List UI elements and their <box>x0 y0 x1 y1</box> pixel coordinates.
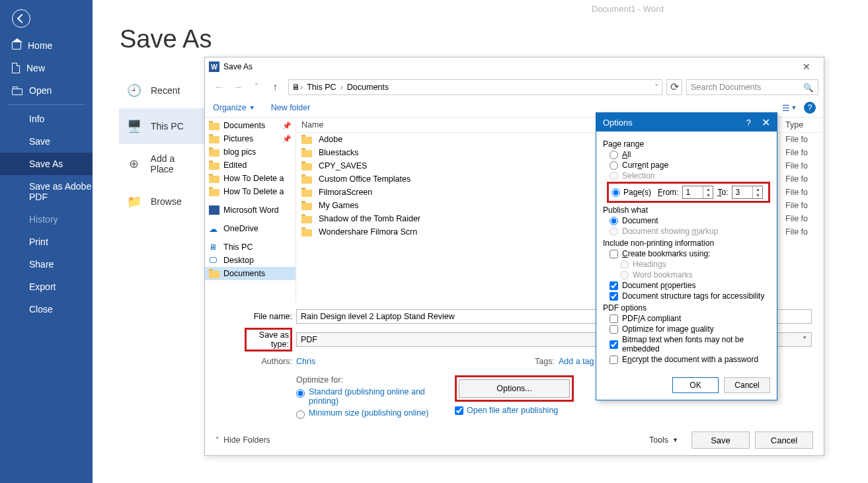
folder-icon <box>209 163 219 170</box>
tree-edited[interactable]: Edited <box>205 159 296 172</box>
ok-button[interactable]: OK <box>672 377 719 393</box>
view-button[interactable]: ☰ ▼ <box>780 101 799 114</box>
opt-doc-properties[interactable]: Document properties <box>610 281 770 290</box>
close-icon[interactable]: ✕ <box>762 116 770 129</box>
opt-bitmap-text[interactable]: Bitmap text when fonts may not be embedd… <box>610 335 770 353</box>
spin-down-icon[interactable]: ▼ <box>703 192 713 198</box>
tree-documents[interactable]: Documents📌 <box>205 119 296 132</box>
breadcrumb[interactable]: 🖥 › This PC › Documents ˅ <box>288 79 662 95</box>
pin-icon[interactable]: 📌 <box>282 122 292 130</box>
col-type[interactable]: Type <box>785 120 818 130</box>
search-input[interactable]: Search Documents 🔍 <box>686 79 818 95</box>
tree-howto-1[interactable]: How To Delete a <box>205 172 296 185</box>
new-folder-button[interactable]: New folder <box>271 103 311 112</box>
tree-blog-pics[interactable]: blog pics <box>205 145 296 159</box>
help-icon[interactable]: ? <box>746 118 751 128</box>
tree-documents-2[interactable]: Documents <box>205 267 296 280</box>
tree-pictures[interactable]: Pictures📌 <box>205 132 296 145</box>
opt-minimum-radio[interactable] <box>296 410 305 419</box>
loc-recent[interactable]: 🕘Recent <box>119 73 205 108</box>
from-spinbox[interactable]: ▲▼ <box>682 186 713 199</box>
clock-icon: 🕘 <box>124 82 144 99</box>
nav-print[interactable]: Print <box>0 231 93 253</box>
folder-tree: Documents📌 Pictures📌 blog pics Edited Ho… <box>205 118 296 303</box>
chevron-down-icon: ▼ <box>249 104 255 111</box>
folder-icon <box>301 163 312 170</box>
save-as-type-label: Save as type: <box>245 328 292 352</box>
chevron-down-icon[interactable]: ˅ <box>654 83 659 93</box>
options-button[interactable]: Options... <box>459 379 570 398</box>
spin-down-icon[interactable]: ▼ <box>753 192 762 198</box>
nav-info[interactable]: Info <box>0 108 93 130</box>
search-placeholder: Search Documents <box>691 83 761 92</box>
pin-icon[interactable]: 📌 <box>282 135 292 143</box>
loc-browse[interactable]: 📁Browse <box>119 184 205 219</box>
spin-up-icon[interactable]: ▲ <box>703 186 713 192</box>
back-button[interactable] <box>12 9 30 28</box>
nav-up-icon[interactable]: ↑ <box>266 81 284 93</box>
nav-forward-icon[interactable]: → <box>229 81 247 93</box>
file-name-label: File name: <box>245 312 292 321</box>
refresh-icon[interactable]: ⟳ <box>666 79 682 95</box>
opt-struct-tags[interactable]: Document structure tags for accessibilit… <box>610 291 770 301</box>
nav-save-adobe-pdf[interactable]: Save as Adobe PDF <box>0 175 93 208</box>
nav-close[interactable]: Close <box>0 298 93 320</box>
opt-current-page[interactable]: Current page <box>610 161 770 170</box>
crumb-documents[interactable]: Documents <box>343 83 393 92</box>
tree-msword[interactable]: Microsoft Word <box>205 204 296 217</box>
opt-pages-radio[interactable] <box>612 188 620 197</box>
add-place-icon: ⊕ <box>124 155 144 172</box>
tree-howto-2[interactable]: How To Delete a <box>205 185 296 198</box>
nav-share[interactable]: Share <box>0 253 93 276</box>
loc-add-place[interactable]: ⊕Add a Place <box>119 144 205 184</box>
cancel-button[interactable]: Cancel <box>724 377 770 393</box>
loc-this-pc[interactable]: 🖥️This PC <box>119 108 205 144</box>
opt-pdfa[interactable]: PDF/A compliant <box>610 314 770 323</box>
nav-history-icon[interactable]: ˅ <box>247 81 266 94</box>
opt-pages-label: Page(s) <box>623 188 651 197</box>
nav-back-icon[interactable]: ← <box>210 81 229 93</box>
chevron-down-icon: ▼ <box>672 437 678 443</box>
tree-onedrive[interactable]: ☁OneDrive <box>205 222 296 235</box>
nav-open-label: Open <box>29 85 52 96</box>
spin-up-icon[interactable]: ▲ <box>753 186 762 192</box>
open-after-checkbox[interactable]: Open file after publishing <box>455 406 558 415</box>
opt-encrypt[interactable]: Encrypt the document with a password <box>610 355 770 364</box>
nav-save[interactable]: Save <box>0 130 93 153</box>
opt-standard-radio[interactable] <box>296 389 305 398</box>
opt-image-quality[interactable]: Optimize for image quality <box>610 324 770 334</box>
options-button-highlight: Options... <box>455 375 574 402</box>
folder-icon <box>209 189 219 196</box>
folder-icon <box>12 89 22 95</box>
cancel-button[interactable]: Cancel <box>755 431 813 449</box>
tools-button[interactable]: Tools▼ <box>649 435 678 445</box>
opt-all[interactable]: All <box>610 150 770 159</box>
crumb-this-pc[interactable]: This PC <box>303 83 340 92</box>
nav-new[interactable]: New <box>0 57 93 79</box>
save-button[interactable]: Save <box>691 431 750 449</box>
backstage-sidebar: Home New Open Info Save Save As Save as … <box>0 0 93 483</box>
authors-value[interactable]: Chris <box>296 357 315 366</box>
folder-icon <box>301 190 312 197</box>
nav-open[interactable]: Open <box>0 79 93 102</box>
close-icon[interactable]: ✕ <box>793 61 820 72</box>
nav-save-as[interactable]: Save As <box>0 153 93 175</box>
word-icon: W <box>209 61 219 72</box>
home-icon <box>12 42 21 50</box>
organize-button[interactable]: Organize▼ <box>213 103 255 112</box>
nav-home[interactable]: Home <box>0 34 93 57</box>
folder-icon <box>209 149 219 157</box>
tags-value[interactable]: Add a tag <box>559 357 594 366</box>
dialog-footer: ˄Hide Folders Tools▼ Save Cancel <box>205 425 824 455</box>
tree-thispc[interactable]: 🖥This PC <box>205 241 296 254</box>
hide-folders-button[interactable]: ˄Hide Folders <box>216 435 270 445</box>
tree-desktop[interactable]: 🖵Desktop <box>205 254 296 267</box>
opt-document[interactable]: Document <box>610 216 770 225</box>
opt-bookmarks[interactable]: Create bookmarks using: <box>610 249 770 258</box>
to-spinbox[interactable]: ▲▼ <box>732 186 763 199</box>
folder-icon <box>301 176 312 184</box>
help-icon[interactable]: ? <box>804 102 816 114</box>
nav-export[interactable]: Export <box>0 276 93 298</box>
separator <box>8 104 85 105</box>
nav-history[interactable]: History <box>0 208 93 231</box>
